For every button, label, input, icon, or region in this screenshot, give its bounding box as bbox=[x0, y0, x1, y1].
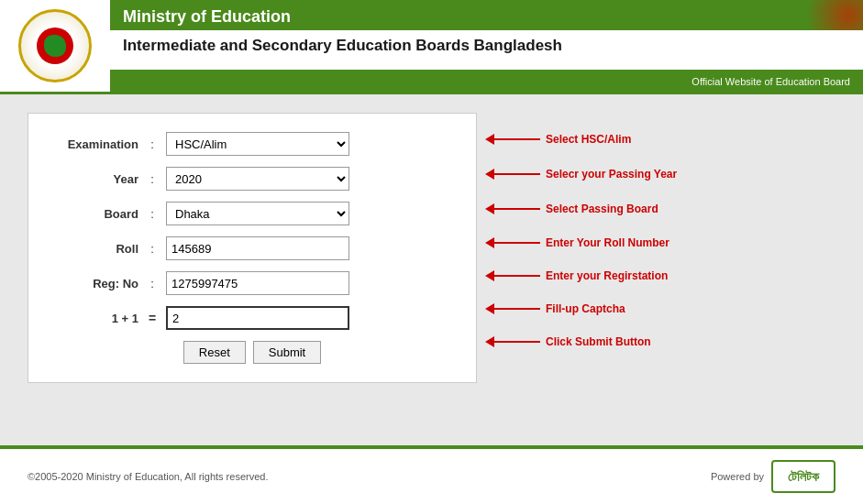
annotation-text-2: Selecr your Passing Year bbox=[546, 168, 677, 181]
examination-field[interactable]: HSC/Alim bbox=[166, 132, 448, 156]
examination-colon: : bbox=[138, 137, 166, 151]
ministry-title: Ministry of Education bbox=[123, 7, 291, 26]
annotation-5: Enter your Regirstation bbox=[486, 259, 677, 292]
footer-inner: ©2005-2020 Ministry of Education, All ri… bbox=[0, 449, 863, 504]
captcha-equals: = bbox=[138, 311, 166, 325]
footer-copyright: ©2005-2020 Ministry of Education, All ri… bbox=[28, 471, 268, 482]
main-content: Examination : HSC/Alim Year : 2020 bbox=[0, 94, 863, 445]
arrowhead-6 bbox=[485, 303, 494, 314]
arrow-6 bbox=[486, 303, 540, 314]
reg-label: Reg: No bbox=[56, 277, 138, 290]
examination-label: Examination bbox=[56, 137, 138, 151]
examination-select[interactable]: HSC/Alim bbox=[166, 132, 349, 156]
arrow-shaft-2 bbox=[494, 173, 540, 175]
captcha-row: 1 + 1 = bbox=[56, 306, 448, 330]
arrowhead-7 bbox=[485, 336, 494, 347]
year-label: Year bbox=[56, 172, 138, 186]
teletalk-logo: টেলিটক bbox=[771, 460, 835, 493]
arrow-shaft-1 bbox=[494, 138, 540, 140]
logo-section bbox=[0, 0, 110, 92]
reg-colon: : bbox=[138, 277, 166, 290]
annotation-4: Enter Your Roll Number bbox=[486, 226, 677, 259]
annotation-2: Selecr your Passing Year bbox=[486, 157, 677, 192]
reset-button[interactable]: Reset bbox=[183, 341, 246, 364]
arrow-7 bbox=[486, 336, 540, 347]
arrow-shaft-5 bbox=[494, 275, 540, 277]
annotations-panel: Select HSC/Alim Selecr your Passing Year… bbox=[486, 113, 677, 358]
reg-input[interactable] bbox=[166, 271, 349, 295]
arrow-5 bbox=[486, 270, 540, 281]
arrow-1 bbox=[486, 134, 540, 145]
examination-row: Examination : HSC/Alim bbox=[56, 132, 448, 156]
board-row: Board : Dhaka bbox=[56, 202, 448, 225]
arrowhead-3 bbox=[485, 203, 494, 214]
captcha-input[interactable] bbox=[166, 306, 349, 330]
annotation-6: Fill-up Captcha bbox=[486, 292, 677, 325]
powered-by-text: Powered by bbox=[711, 471, 764, 482]
official-text: Official Website of Education Board bbox=[692, 76, 850, 87]
official-bar: Official Website of Education Board bbox=[110, 70, 863, 92]
roll-colon: : bbox=[138, 242, 166, 256]
board-colon: : bbox=[138, 207, 166, 221]
year-colon: : bbox=[138, 172, 166, 186]
form-container-outer: Examination : HSC/Alim Year : 2020 bbox=[28, 113, 835, 383]
year-select[interactable]: 2020 bbox=[166, 167, 349, 191]
roll-input[interactable] bbox=[166, 236, 349, 260]
captcha-label: 1 + 1 bbox=[56, 312, 138, 325]
header-top-bar: Ministry of Education bbox=[110, 0, 863, 30]
annotation-text-4: Enter Your Roll Number bbox=[546, 236, 669, 249]
submit-button[interactable]: Submit bbox=[253, 341, 321, 364]
annotation-3: Select Passing Board bbox=[486, 192, 677, 226]
roll-row: Roll : bbox=[56, 236, 448, 260]
footer: ©2005-2020 Ministry of Education, All ri… bbox=[0, 445, 863, 504]
annotation-7: Click Submit Button bbox=[486, 325, 677, 358]
arrowhead-1 bbox=[485, 134, 494, 145]
roll-field[interactable] bbox=[166, 236, 448, 260]
annotation-1: Select HSC/Alim bbox=[486, 122, 677, 157]
board-select[interactable]: Dhaka bbox=[166, 202, 349, 225]
arrowhead-4 bbox=[485, 237, 494, 248]
header-main-bar: Intermediate and Secondary Education Boa… bbox=[110, 30, 863, 70]
annotation-text-1: Select HSC/Alim bbox=[546, 133, 631, 146]
roll-label: Roll bbox=[56, 242, 138, 256]
button-row: Reset Submit bbox=[56, 341, 448, 364]
arrow-shaft-4 bbox=[494, 242, 540, 244]
annotation-text-3: Select Passing Board bbox=[546, 203, 658, 215]
annotation-text-5: Enter your Regirstation bbox=[546, 269, 668, 282]
arrow-shaft-6 bbox=[494, 308, 540, 310]
annotation-text-7: Click Submit Button bbox=[546, 335, 651, 348]
board-field[interactable]: Dhaka bbox=[166, 202, 448, 225]
reg-row: Reg: No : bbox=[56, 271, 448, 295]
header-text-section: Ministry of Education Intermediate and S… bbox=[110, 0, 863, 92]
header: Ministry of Education Intermediate and S… bbox=[0, 0, 863, 94]
year-row: Year : 2020 bbox=[56, 167, 448, 191]
board-title: Intermediate and Secondary Education Boa… bbox=[123, 36, 850, 56]
arrow-4 bbox=[486, 237, 540, 248]
logo-map-shape bbox=[44, 35, 66, 57]
year-field[interactable]: 2020 bbox=[166, 167, 448, 191]
footer-powered-section: Powered by টেলিটক bbox=[711, 460, 835, 493]
annotation-text-6: Fill-up Captcha bbox=[546, 302, 625, 315]
arrow-3 bbox=[486, 203, 540, 214]
captcha-field[interactable] bbox=[166, 306, 448, 330]
form-box: Examination : HSC/Alim Year : 2020 bbox=[28, 113, 477, 383]
arrowhead-5 bbox=[485, 270, 494, 281]
logo-emblem bbox=[18, 9, 92, 82]
arrowhead-2 bbox=[485, 169, 494, 180]
board-label: Board bbox=[56, 207, 138, 221]
teletalk-text: টেলিটক bbox=[788, 469, 819, 485]
logo-inner-circle bbox=[37, 27, 73, 64]
arrow-2 bbox=[486, 169, 540, 180]
arrow-shaft-7 bbox=[494, 341, 540, 343]
arrow-shaft-3 bbox=[494, 208, 540, 210]
reg-field[interactable] bbox=[166, 271, 448, 295]
